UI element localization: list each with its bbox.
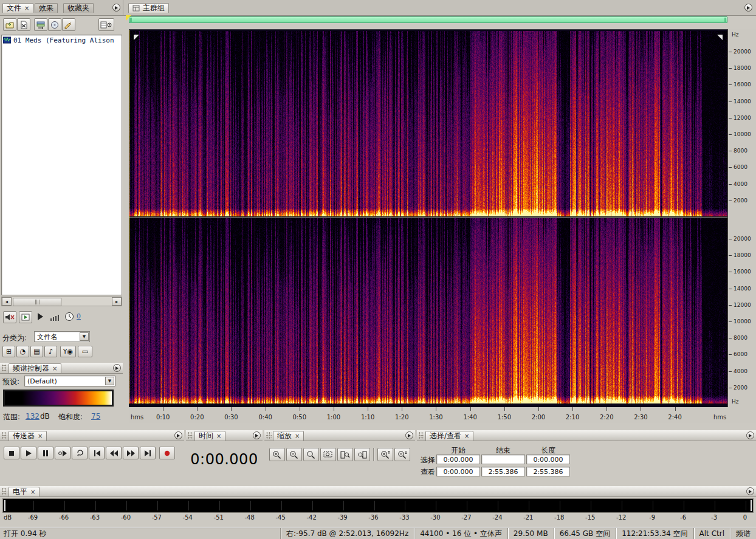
stop-button[interactable]	[4, 447, 19, 459]
close-icon[interactable]: ×	[295, 433, 300, 439]
panel-menu-icon[interactable]	[746, 431, 754, 439]
preset-select[interactable]: (Default) ▼	[24, 376, 115, 386]
spectral-controls-header[interactable]: 频谱控制器 ×	[0, 363, 123, 374]
close-icon[interactable]: ×	[38, 433, 43, 439]
horizontal-scrollbar[interactable]	[129, 16, 727, 23]
zoom-tab[interactable]: 缩放 ×	[273, 431, 304, 441]
scrollbar-right-cap[interactable]	[724, 18, 726, 22]
close-icon[interactable]: ×	[24, 5, 29, 12]
panel-menu-icon[interactable]	[113, 364, 121, 372]
view-end-field[interactable]: 2:55.386	[481, 467, 525, 476]
zoom-header[interactable]: 缩放 ×	[264, 430, 415, 441]
show-audio-files-toggle[interactable]: ◔	[16, 346, 29, 357]
selection-start-field[interactable]: 0:00.000	[436, 455, 480, 464]
panel-menu-icon[interactable]	[112, 4, 120, 12]
selection-view-header[interactable]: 选择/查看 ×	[417, 430, 756, 441]
show-midi-files-toggle[interactable]: ♪	[44, 346, 57, 357]
preview-loop-count[interactable]: 0	[77, 312, 81, 320]
selection-corner-icon[interactable]	[134, 35, 139, 40]
go-to-beginning-button[interactable]	[89, 447, 105, 459]
zoom-selection-left-button[interactable]	[337, 448, 353, 461]
close-icon[interactable]: ×	[52, 366, 57, 372]
spectral-controls-tab[interactable]: 频谱控制器 ×	[9, 363, 61, 373]
time-ruler[interactable]: hms0:100:200:300:400:501:001:101:201:301…	[129, 407, 756, 423]
edit-file-button[interactable]	[62, 18, 75, 31]
panel-grip-icon[interactable]	[2, 432, 7, 439]
close-icon[interactable]: ×	[30, 489, 35, 495]
fast-forward-button[interactable]	[123, 447, 139, 459]
play-from-cursor-button[interactable]	[55, 447, 70, 459]
preview-autoplay-button[interactable]	[19, 311, 32, 323]
panel-grip-icon[interactable]	[419, 432, 424, 439]
file-list-item[interactable]: 01 Meds (Featuring Alison	[2, 35, 122, 45]
display-options-button[interactable]	[98, 18, 114, 31]
preview-volume-icon[interactable]	[50, 314, 62, 323]
panel-grip-icon[interactable]	[188, 432, 193, 439]
show-all-files-toggle[interactable]: ⊞	[2, 346, 15, 357]
playhead-marker[interactable]	[126, 15, 131, 21]
tab-main-group[interactable]: 主群组	[128, 3, 169, 13]
zoom-selection-right-button[interactable]	[354, 448, 370, 461]
panel-menu-icon[interactable]	[174, 431, 182, 439]
close-icon[interactable]: ×	[216, 433, 221, 439]
scrollbar-thumb[interactable]	[13, 298, 61, 306]
range-value[interactable]: 132	[26, 412, 40, 421]
time-tab[interactable]: 时间 ×	[194, 431, 225, 441]
tab-files[interactable]: 文件 ×	[2, 3, 33, 13]
sort-select[interactable]: 文件名 ▼	[34, 331, 90, 342]
play-looped-button[interactable]	[72, 447, 88, 459]
level-meter[interactable]	[2, 498, 754, 513]
frequency-ruler[interactable]: Hz20000180001600014000120001000080006000…	[727, 29, 756, 407]
panel-grip-icon[interactable]	[266, 432, 272, 439]
zoom-out-full-button[interactable]	[303, 448, 319, 461]
zoom-out-vertical-button[interactable]	[394, 448, 410, 461]
chevron-down-icon[interactable]: ▼	[105, 377, 114, 385]
selection-end-field[interactable]	[481, 455, 525, 464]
view-length-field[interactable]: 2:55.386	[526, 467, 570, 476]
transport-tab[interactable]: 传送器 ×	[9, 431, 47, 441]
tab-effects[interactable]: 效果	[35, 3, 58, 13]
spectrogram-right-channel[interactable]	[129, 218, 727, 403]
preview-mute-button[interactable]	[3, 311, 16, 323]
selection-length-field[interactable]: 0:00.000	[526, 455, 570, 464]
panel-menu-icon[interactable]	[744, 4, 752, 12]
levels-tab[interactable]: 电平 ×	[9, 487, 40, 496]
insert-into-cd-button[interactable]	[48, 18, 61, 31]
playhead-line[interactable]	[129, 30, 129, 403]
zoom-out-horizontal-button[interactable]	[286, 448, 302, 461]
panel-menu-icon[interactable]	[746, 487, 754, 495]
view-start-field[interactable]: 0:00.000	[436, 467, 480, 476]
insert-into-multitrack-button[interactable]	[34, 18, 47, 31]
scroll-left-icon[interactable]: ◂	[2, 297, 12, 306]
rewind-button[interactable]	[106, 447, 122, 459]
loop-duration-icon[interactable]	[64, 312, 74, 323]
selection-view-tab[interactable]: 选择/查看 ×	[425, 431, 473, 441]
chevron-down-icon[interactable]: ▼	[80, 332, 89, 341]
filter-options-toggle[interactable]: Y◉	[60, 346, 76, 357]
time-display[interactable]: 0:00.000	[186, 451, 263, 468]
preview-play-button[interactable]	[36, 312, 44, 323]
zoom-in-horizontal-button[interactable]	[269, 448, 285, 461]
spectrogram-left-channel[interactable]	[129, 31, 727, 216]
record-button[interactable]	[159, 447, 175, 459]
pause-button[interactable]	[38, 447, 53, 459]
close-icon[interactable]: ×	[464, 433, 469, 439]
show-video-files-toggle[interactable]: ▤	[30, 346, 43, 357]
levels-header[interactable]: 电平 ×	[0, 486, 756, 497]
spectral-palette-gradient[interactable]	[3, 390, 114, 407]
zoom-in-vertical-button[interactable]	[377, 448, 393, 461]
selection-corner-icon[interactable]	[717, 35, 723, 40]
import-file-button[interactable]	[3, 18, 16, 31]
panel-menu-icon[interactable]	[405, 431, 413, 439]
close-file-button[interactable]	[17, 18, 30, 31]
go-to-end-button[interactable]	[140, 447, 156, 459]
panel-grip-icon[interactable]	[2, 488, 7, 495]
play-button[interactable]	[21, 447, 36, 459]
panel-menu-icon[interactable]	[253, 431, 261, 439]
file-list[interactable]: 01 Meds (Featuring Alison	[1, 35, 122, 295]
time-header[interactable]: 时间 ×	[186, 430, 263, 441]
transport-header[interactable]: 传送器 ×	[0, 430, 184, 441]
saturation-value[interactable]: 75	[91, 412, 100, 421]
zoom-to-selection-button[interactable]	[320, 448, 336, 461]
show-full-paths-toggle[interactable]: ▭	[78, 346, 92, 357]
